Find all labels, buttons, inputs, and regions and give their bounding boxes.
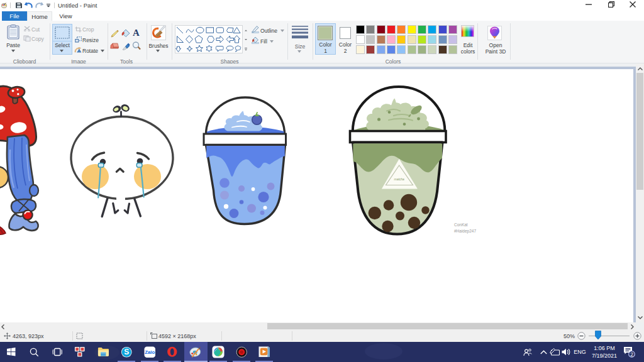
svg-text:Zalo: Zalo	[145, 349, 155, 355]
svg-text:matcha: matcha	[394, 177, 404, 181]
svg-text:#Haidep247: #Haidep247	[454, 229, 476, 234]
svg-text:2: 2	[630, 351, 633, 358]
svg-text:ConKat: ConKat	[454, 222, 468, 227]
svg-text:S: S	[124, 348, 129, 356]
